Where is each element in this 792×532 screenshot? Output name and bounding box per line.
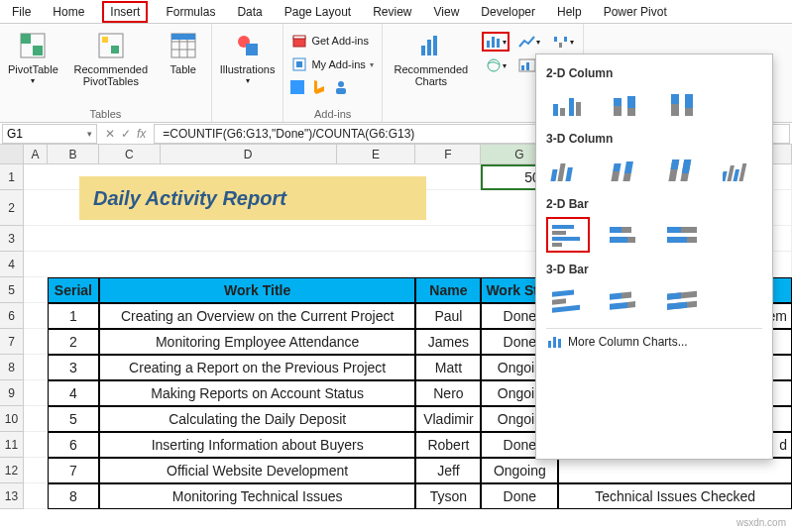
row-header-11[interactable]: 11 — [0, 432, 24, 458]
cell-work-title[interactable]: Making Reports on Account Status — [99, 380, 416, 406]
tab-view[interactable]: View — [430, 2, 464, 22]
cell-serial[interactable]: 2 — [48, 329, 99, 355]
tab-data[interactable]: Data — [233, 2, 266, 22]
illustrations-button[interactable]: Illustrations ▾ — [218, 28, 278, 88]
svg-rect-46 — [550, 169, 557, 181]
svg-rect-45 — [685, 94, 693, 108]
cell-name[interactable]: Paul — [415, 303, 481, 329]
stacked100-bar-thumb[interactable] — [661, 217, 705, 253]
caret-down-icon[interactable]: ▾ — [82, 129, 96, 139]
cell-work-title[interactable]: Official Website Development — [99, 458, 416, 483]
th-name[interactable]: Name — [415, 277, 481, 303]
my-addins-button[interactable]: My Add-ins ▾ — [289, 55, 375, 73]
row-header-10[interactable]: 10 — [0, 406, 24, 432]
col-B[interactable]: B — [48, 145, 99, 163]
pivottable-button[interactable]: PivotTable ▾ — [6, 28, 60, 88]
table-button[interactable]: Table — [162, 28, 205, 77]
col-C[interactable]: C — [99, 145, 161, 163]
cell-name[interactable]: James — [415, 329, 481, 355]
col-D[interactable]: D — [161, 145, 337, 163]
cell-name[interactable]: Robert — [415, 432, 481, 458]
row-header-2[interactable]: 2 — [0, 190, 24, 226]
stacked100-column-thumb[interactable] — [661, 86, 705, 122]
3d-stacked-bar-thumb[interactable] — [604, 282, 647, 318]
row-header-6[interactable]: 6 — [0, 303, 24, 329]
cell-work-title[interactable]: Creating an Overview on the Current Proj… — [99, 303, 416, 329]
addin-people-icon[interactable] — [333, 79, 349, 95]
row-header-8[interactable]: 8 — [0, 355, 24, 380]
col-F[interactable]: F — [415, 145, 481, 163]
cell-status[interactable]: Ongoing — [481, 458, 558, 483]
cell-work-title[interactable]: Creating a Report on the Previous Projec… — [99, 355, 416, 380]
name-box-input[interactable] — [3, 125, 82, 143]
tab-insert[interactable]: Insert — [102, 1, 148, 23]
get-addins-button[interactable]: Get Add-ins — [289, 32, 370, 50]
row-header-7[interactable]: 7 — [0, 329, 24, 355]
tab-formulas[interactable]: Formulas — [162, 2, 219, 22]
cell-name[interactable]: Nero — [415, 380, 481, 406]
th-serial[interactable]: Serial — [48, 277, 99, 303]
cell-serial[interactable]: 5 — [48, 406, 99, 432]
cell-serial[interactable]: 8 — [48, 483, 99, 509]
cell-work-title[interactable]: Calculating the Daily Deposit — [99, 406, 416, 432]
insert-winloss-chart-button[interactable]: ▾ — [549, 32, 577, 52]
cell-serial[interactable]: 7 — [48, 458, 99, 483]
th-work-title[interactable]: Work Title — [99, 277, 416, 303]
cell-work-title[interactable]: Monitoring Employee Attendance — [99, 329, 416, 355]
row-header-9[interactable]: 9 — [0, 380, 24, 406]
cell-work-title[interactable]: Inserting Information about Buyers — [99, 432, 416, 458]
3d-clustered-column-thumb[interactable] — [546, 152, 590, 187]
row-header-13[interactable]: 13 — [0, 483, 24, 509]
cell-serial[interactable]: 3 — [48, 355, 99, 380]
cell-status[interactable]: Done — [481, 483, 558, 509]
3d-stacked-column-thumb[interactable] — [604, 152, 647, 187]
cell-name[interactable]: Jeff — [415, 458, 481, 483]
insert-line-chart-button[interactable]: ▾ — [515, 32, 543, 52]
tab-review[interactable]: Review — [369, 2, 415, 22]
cell-name[interactable]: Vladimir — [415, 406, 481, 432]
insert-map-chart-button[interactable]: ▾ — [482, 55, 509, 75]
gallery-section-3d-bar: 3-D Bar — [546, 263, 762, 276]
recommended-pivottables-button[interactable]: Recommended PivotTables — [68, 28, 154, 89]
3d-clustered-bar-thumb[interactable] — [546, 282, 590, 318]
cell-remark[interactable]: Technical Issues Checked — [558, 483, 792, 509]
clustered-column-thumb[interactable] — [546, 86, 590, 122]
tab-developer[interactable]: Developer — [477, 2, 539, 22]
3d-stacked100-column-thumb[interactable] — [661, 152, 705, 187]
col-E[interactable]: E — [337, 145, 416, 163]
cell-serial[interactable]: 1 — [48, 303, 99, 329]
3d-column-thumb[interactable] — [719, 152, 762, 187]
3d-stacked100-bar-thumb[interactable] — [661, 282, 705, 318]
cancel-icon[interactable]: ✕ — [105, 127, 115, 141]
row-header-5[interactable]: 5 — [0, 277, 24, 303]
tab-page-layout[interactable]: Page Layout — [281, 2, 355, 22]
row-header-1[interactable]: 1 — [0, 164, 24, 190]
row-header-4[interactable]: 4 — [0, 252, 24, 277]
col-A[interactable]: A — [24, 145, 48, 163]
stacked-bar-thumb[interactable] — [604, 217, 647, 253]
group-illustrations: Illustrations ▾ — [212, 24, 284, 122]
fx-icon[interactable]: fx — [137, 127, 146, 141]
cell-serial[interactable]: 6 — [48, 432, 99, 458]
recommended-charts-button[interactable]: Recommended Charts — [389, 28, 474, 89]
enter-icon[interactable]: ✓ — [121, 127, 131, 141]
row-header-12[interactable]: 12 — [0, 458, 24, 483]
cell-remark[interactable] — [558, 458, 792, 483]
select-all-corner[interactable] — [0, 145, 24, 163]
stacked-column-thumb[interactable] — [604, 86, 647, 122]
tab-power-pivot[interactable]: Power Pivot — [600, 2, 671, 22]
cell-serial[interactable]: 4 — [48, 380, 99, 406]
cell-name[interactable]: Matt — [415, 355, 481, 380]
cell-name[interactable]: Tyson — [415, 483, 481, 509]
tab-help[interactable]: Help — [553, 2, 586, 22]
bing-icon[interactable] — [311, 79, 327, 95]
tab-file[interactable]: File — [8, 2, 35, 22]
name-box[interactable]: ▾ — [2, 124, 97, 144]
more-column-charts[interactable]: More Column Charts... — [546, 328, 762, 349]
tab-home[interactable]: Home — [49, 2, 88, 22]
row-header-3[interactable]: 3 — [0, 226, 24, 252]
addin-tile-icon[interactable] — [289, 79, 305, 95]
cell-work-title[interactable]: Monitoring Technical Issues — [99, 483, 416, 509]
clustered-bar-thumb[interactable] — [546, 217, 590, 253]
insert-column-chart-button[interactable]: ▾ — [482, 32, 509, 52]
